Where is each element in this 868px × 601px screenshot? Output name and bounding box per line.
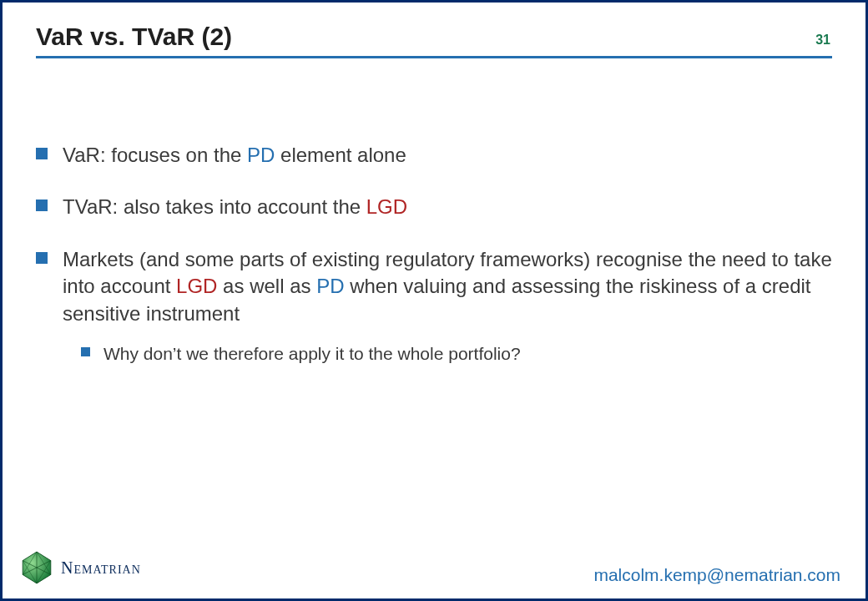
bullet-text: TVaR: also takes into account the LGD <box>63 194 407 220</box>
slide: VaR vs. TVaR (2) 31 VaR: focuses on the … <box>0 0 868 601</box>
bullet-text: Markets (and some parts of existing regu… <box>63 246 832 327</box>
list-item: TVaR: also takes into account the LGD <box>36 194 832 220</box>
footer: Nematrian malcolm.kemp@nematrian.com <box>19 550 840 585</box>
title-rule <box>36 56 832 58</box>
list-item: Markets (and some parts of existing regu… <box>36 246 832 327</box>
content: VaR: focuses on the PD element alone TVa… <box>36 142 832 366</box>
header: VaR vs. TVaR (2) 31 <box>36 23 832 54</box>
brand: Nematrian <box>19 550 141 585</box>
square-bullet-icon <box>36 199 48 211</box>
contact-email: malcolm.kemp@nematrian.com <box>593 565 840 585</box>
page-number: 31 <box>815 33 832 51</box>
square-bullet-icon <box>81 347 90 356</box>
square-bullet-icon <box>36 148 48 159</box>
square-bullet-icon <box>36 252 48 264</box>
sub-list-item: Why don’t we therefore apply it to the w… <box>81 342 832 366</box>
globe-icon <box>19 550 54 585</box>
list-item: VaR: focuses on the PD element alone <box>36 142 832 169</box>
bullet-text: VaR: focuses on the PD element alone <box>63 142 406 169</box>
sub-bullet-text: Why don’t we therefore apply it to the w… <box>103 342 521 366</box>
brand-name: Nematrian <box>61 558 141 578</box>
page-title: VaR vs. TVaR (2) <box>36 23 232 51</box>
